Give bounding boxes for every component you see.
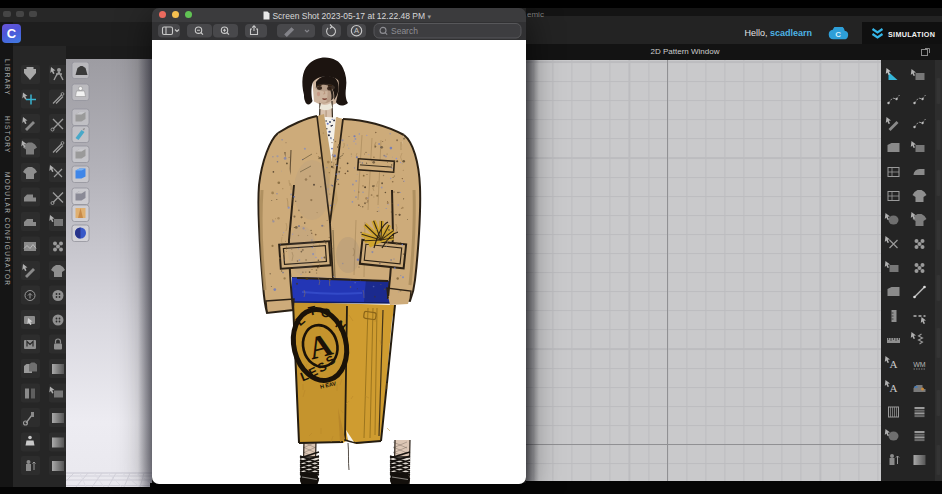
- svg-text:A: A: [890, 382, 898, 394]
- svg-text:Search: Search: [391, 26, 418, 36]
- svg-text:A: A: [354, 26, 359, 35]
- svg-text:WM: WM: [913, 361, 926, 368]
- svg-text:C: C: [835, 30, 841, 39]
- svg-text:A: A: [890, 358, 898, 370]
